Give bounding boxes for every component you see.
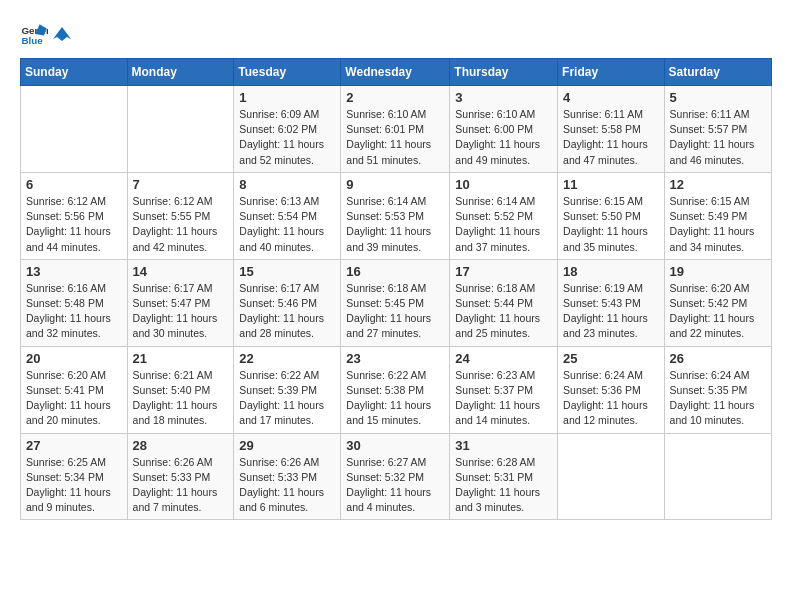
day-number: 2: [346, 90, 444, 105]
day-info: Sunrise: 6:11 AMSunset: 5:57 PMDaylight:…: [670, 107, 766, 168]
calendar-cell: 7Sunrise: 6:12 AMSunset: 5:55 PMDaylight…: [127, 172, 234, 259]
day-info: Sunrise: 6:22 AMSunset: 5:38 PMDaylight:…: [346, 368, 444, 429]
day-number: 18: [563, 264, 659, 279]
calendar-cell: 10Sunrise: 6:14 AMSunset: 5:52 PMDayligh…: [450, 172, 558, 259]
day-number: 19: [670, 264, 766, 279]
calendar-cell: 8Sunrise: 6:13 AMSunset: 5:54 PMDaylight…: [234, 172, 341, 259]
day-number: 28: [133, 438, 229, 453]
calendar-cell: [21, 86, 128, 173]
calendar-cell: 11Sunrise: 6:15 AMSunset: 5:50 PMDayligh…: [558, 172, 665, 259]
day-info: Sunrise: 6:28 AMSunset: 5:31 PMDaylight:…: [455, 455, 552, 516]
header-row: SundayMondayTuesdayWednesdayThursdayFrid…: [21, 59, 772, 86]
svg-marker-2: [53, 27, 71, 41]
day-info: Sunrise: 6:13 AMSunset: 5:54 PMDaylight:…: [239, 194, 335, 255]
day-info: Sunrise: 6:26 AMSunset: 5:33 PMDaylight:…: [239, 455, 335, 516]
calendar-cell: 15Sunrise: 6:17 AMSunset: 5:46 PMDayligh…: [234, 259, 341, 346]
day-number: 30: [346, 438, 444, 453]
header-tuesday: Tuesday: [234, 59, 341, 86]
day-number: 8: [239, 177, 335, 192]
day-info: Sunrise: 6:09 AMSunset: 6:02 PMDaylight:…: [239, 107, 335, 168]
day-info: Sunrise: 6:17 AMSunset: 5:46 PMDaylight:…: [239, 281, 335, 342]
day-info: Sunrise: 6:27 AMSunset: 5:32 PMDaylight:…: [346, 455, 444, 516]
day-info: Sunrise: 6:14 AMSunset: 5:52 PMDaylight:…: [455, 194, 552, 255]
day-info: Sunrise: 6:22 AMSunset: 5:39 PMDaylight:…: [239, 368, 335, 429]
calendar-cell: 20Sunrise: 6:20 AMSunset: 5:41 PMDayligh…: [21, 346, 128, 433]
day-number: 31: [455, 438, 552, 453]
day-number: 25: [563, 351, 659, 366]
header-sunday: Sunday: [21, 59, 128, 86]
day-info: Sunrise: 6:15 AMSunset: 5:49 PMDaylight:…: [670, 194, 766, 255]
day-number: 21: [133, 351, 229, 366]
day-number: 11: [563, 177, 659, 192]
calendar-cell: [558, 433, 665, 520]
calendar-body: 1Sunrise: 6:09 AMSunset: 6:02 PMDaylight…: [21, 86, 772, 520]
calendar-cell: 2Sunrise: 6:10 AMSunset: 6:01 PMDaylight…: [341, 86, 450, 173]
week-row-4: 27Sunrise: 6:25 AMSunset: 5:34 PMDayligh…: [21, 433, 772, 520]
day-number: 10: [455, 177, 552, 192]
calendar-cell: 16Sunrise: 6:18 AMSunset: 5:45 PMDayligh…: [341, 259, 450, 346]
day-number: 14: [133, 264, 229, 279]
calendar-cell: 13Sunrise: 6:16 AMSunset: 5:48 PMDayligh…: [21, 259, 128, 346]
header-friday: Friday: [558, 59, 665, 86]
day-info: Sunrise: 6:23 AMSunset: 5:37 PMDaylight:…: [455, 368, 552, 429]
day-number: 24: [455, 351, 552, 366]
calendar-cell: 19Sunrise: 6:20 AMSunset: 5:42 PMDayligh…: [664, 259, 771, 346]
day-info: Sunrise: 6:21 AMSunset: 5:40 PMDaylight:…: [133, 368, 229, 429]
logo-icon: General Blue: [20, 20, 48, 48]
calendar-cell: 25Sunrise: 6:24 AMSunset: 5:36 PMDayligh…: [558, 346, 665, 433]
day-info: Sunrise: 6:18 AMSunset: 5:44 PMDaylight:…: [455, 281, 552, 342]
calendar-cell: 29Sunrise: 6:26 AMSunset: 5:33 PMDayligh…: [234, 433, 341, 520]
week-row-0: 1Sunrise: 6:09 AMSunset: 6:02 PMDaylight…: [21, 86, 772, 173]
calendar-cell: 12Sunrise: 6:15 AMSunset: 5:49 PMDayligh…: [664, 172, 771, 259]
day-info: Sunrise: 6:14 AMSunset: 5:53 PMDaylight:…: [346, 194, 444, 255]
calendar-cell: 26Sunrise: 6:24 AMSunset: 5:35 PMDayligh…: [664, 346, 771, 433]
day-number: 12: [670, 177, 766, 192]
day-info: Sunrise: 6:24 AMSunset: 5:35 PMDaylight:…: [670, 368, 766, 429]
week-row-1: 6Sunrise: 6:12 AMSunset: 5:56 PMDaylight…: [21, 172, 772, 259]
day-number: 27: [26, 438, 122, 453]
calendar-cell: 1Sunrise: 6:09 AMSunset: 6:02 PMDaylight…: [234, 86, 341, 173]
day-number: 26: [670, 351, 766, 366]
day-number: 7: [133, 177, 229, 192]
calendar-cell: 23Sunrise: 6:22 AMSunset: 5:38 PMDayligh…: [341, 346, 450, 433]
calendar-cell: 3Sunrise: 6:10 AMSunset: 6:00 PMDaylight…: [450, 86, 558, 173]
logo: General Blue: [20, 20, 72, 48]
day-info: Sunrise: 6:20 AMSunset: 5:41 PMDaylight:…: [26, 368, 122, 429]
week-row-3: 20Sunrise: 6:20 AMSunset: 5:41 PMDayligh…: [21, 346, 772, 433]
day-info: Sunrise: 6:16 AMSunset: 5:48 PMDaylight:…: [26, 281, 122, 342]
day-number: 3: [455, 90, 552, 105]
calendar-cell: 18Sunrise: 6:19 AMSunset: 5:43 PMDayligh…: [558, 259, 665, 346]
calendar-cell: 21Sunrise: 6:21 AMSunset: 5:40 PMDayligh…: [127, 346, 234, 433]
calendar-cell: 17Sunrise: 6:18 AMSunset: 5:44 PMDayligh…: [450, 259, 558, 346]
day-number: 5: [670, 90, 766, 105]
day-info: Sunrise: 6:19 AMSunset: 5:43 PMDaylight:…: [563, 281, 659, 342]
day-number: 4: [563, 90, 659, 105]
day-number: 20: [26, 351, 122, 366]
calendar-cell: 30Sunrise: 6:27 AMSunset: 5:32 PMDayligh…: [341, 433, 450, 520]
header-saturday: Saturday: [664, 59, 771, 86]
calendar-cell: [664, 433, 771, 520]
calendar-cell: 22Sunrise: 6:22 AMSunset: 5:39 PMDayligh…: [234, 346, 341, 433]
header-thursday: Thursday: [450, 59, 558, 86]
day-info: Sunrise: 6:12 AMSunset: 5:55 PMDaylight:…: [133, 194, 229, 255]
calendar-cell: 27Sunrise: 6:25 AMSunset: 5:34 PMDayligh…: [21, 433, 128, 520]
day-info: Sunrise: 6:18 AMSunset: 5:45 PMDaylight:…: [346, 281, 444, 342]
day-number: 16: [346, 264, 444, 279]
day-number: 1: [239, 90, 335, 105]
calendar-cell: [127, 86, 234, 173]
day-number: 9: [346, 177, 444, 192]
week-row-2: 13Sunrise: 6:16 AMSunset: 5:48 PMDayligh…: [21, 259, 772, 346]
calendar-cell: 4Sunrise: 6:11 AMSunset: 5:58 PMDaylight…: [558, 86, 665, 173]
header-monday: Monday: [127, 59, 234, 86]
day-number: 29: [239, 438, 335, 453]
day-number: 17: [455, 264, 552, 279]
day-info: Sunrise: 6:15 AMSunset: 5:50 PMDaylight:…: [563, 194, 659, 255]
calendar-header: SundayMondayTuesdayWednesdayThursdayFrid…: [21, 59, 772, 86]
day-number: 15: [239, 264, 335, 279]
logo-bird-icon: [53, 25, 71, 43]
day-info: Sunrise: 6:17 AMSunset: 5:47 PMDaylight:…: [133, 281, 229, 342]
day-info: Sunrise: 6:10 AMSunset: 6:00 PMDaylight:…: [455, 107, 552, 168]
calendar-table: SundayMondayTuesdayWednesdayThursdayFrid…: [20, 58, 772, 520]
calendar-cell: 28Sunrise: 6:26 AMSunset: 5:33 PMDayligh…: [127, 433, 234, 520]
day-info: Sunrise: 6:20 AMSunset: 5:42 PMDaylight:…: [670, 281, 766, 342]
